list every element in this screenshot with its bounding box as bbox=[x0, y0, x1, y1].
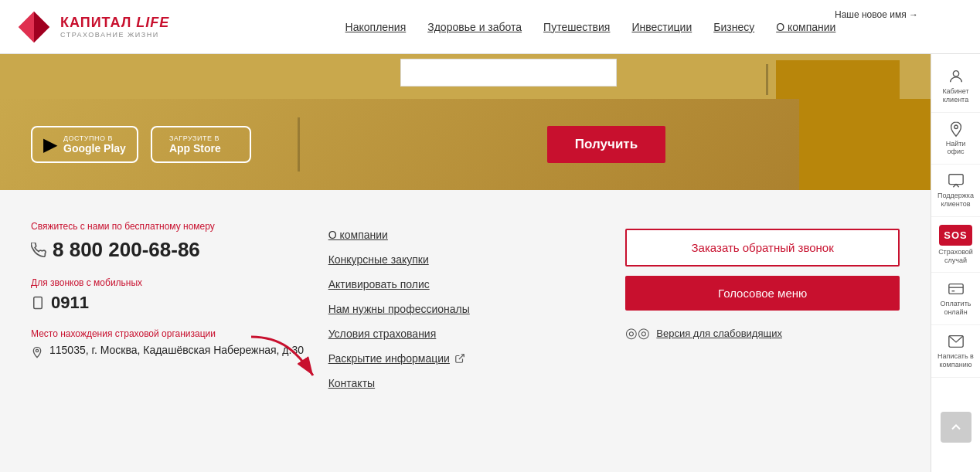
sidebar-pay-label: Оплатитьонлайн bbox=[941, 300, 971, 317]
sidebar-item-insurance-case[interactable]: SOS Страховойслучай bbox=[931, 217, 980, 273]
actions-column: Заказать обратный звонок Голосовое меню … bbox=[625, 221, 900, 389]
visually-impaired-icon: ◎◎ bbox=[625, 324, 650, 341]
footer-link-about[interactable]: О компании bbox=[328, 229, 603, 241]
sos-badge: SOS bbox=[939, 225, 971, 246]
footer-link-contacts[interactable]: Контакты bbox=[328, 377, 603, 389]
google-play-icon: ▶ bbox=[43, 134, 57, 155]
app-buttons: ▶ ДОСТУПНО В Google Play Загрузите в App… bbox=[31, 126, 251, 163]
contact-mobile-label: Для звонков с мобильных bbox=[31, 277, 305, 288]
nav-link-about[interactable]: О компании bbox=[776, 21, 835, 33]
contact-phone-number: 8 800 200-68-86 bbox=[53, 238, 200, 262]
disclosure-link-text: Раскрытие информации bbox=[328, 352, 450, 365]
svg-marker-1 bbox=[34, 12, 49, 42]
google-play-button[interactable]: ▶ ДОСТУПНО В Google Play bbox=[31, 126, 138, 163]
nav-link-savings[interactable]: Накопления bbox=[345, 21, 407, 33]
sidebar-item-write-company[interactable]: Написать вкомпанию bbox=[931, 325, 980, 378]
footer-link-disclosure[interactable]: Раскрытие информации bbox=[328, 352, 603, 365]
right-sidebar: Кабинетклиента Найтиофис Поддержкаклиент… bbox=[931, 54, 980, 420]
sidebar-item-cabinet[interactable]: Кабинетклиента bbox=[931, 60, 980, 113]
sidebar-cabinet-label: Кабинетклиента bbox=[942, 87, 968, 104]
visually-impaired-link[interactable]: Версия для слабовидящих bbox=[656, 328, 782, 339]
sidebar-item-office[interactable]: Найтиофис bbox=[931, 113, 980, 165]
chat-icon bbox=[948, 172, 965, 189]
banner-divider-2 bbox=[298, 117, 300, 171]
location-icon bbox=[948, 121, 965, 138]
footer-link-professionals[interactable]: Нам нужны профессионалы bbox=[328, 303, 603, 315]
visually-impaired-row: ◎◎ Версия для слабовидящих bbox=[625, 324, 900, 341]
voice-menu-button[interactable]: Голосовое меню bbox=[625, 276, 900, 311]
footer-section: Свяжитесь с нами по бесплатному номеру 8… bbox=[0, 190, 931, 420]
contact-mobile: 0911 bbox=[31, 293, 305, 313]
svg-marker-2 bbox=[19, 12, 34, 42]
svg-point-3 bbox=[953, 71, 958, 76]
svg-line-14 bbox=[459, 355, 464, 359]
contact-mobile-number: 0911 bbox=[51, 293, 89, 313]
logo-area: КАПИТАЛ LIFE СТРАХОВАНИЕ ЖИЗНИ bbox=[15, 8, 185, 46]
back-to-top-button[interactable] bbox=[941, 412, 971, 420]
google-play-small-text: ДОСТУПНО В bbox=[63, 134, 126, 142]
contact-phone: 8 800 200-68-86 bbox=[31, 238, 305, 262]
external-link-icon bbox=[454, 353, 465, 364]
main-content: ▶ ДОСТУПНО В Google Play Загрузите в App… bbox=[0, 54, 931, 420]
footer-link-activate[interactable]: Активировать полис bbox=[328, 278, 603, 290]
email-icon bbox=[948, 333, 965, 350]
nav-link-travel[interactable]: Путешествия bbox=[543, 21, 610, 33]
red-arrow-annotation bbox=[236, 329, 336, 391]
main-nav: Накопления Здоровье и забота Путешествия… bbox=[216, 21, 965, 33]
callback-button[interactable]: Заказать обратный звонок bbox=[625, 229, 900, 267]
sidebar-support-label: Поддержкаклиентов bbox=[937, 192, 974, 209]
logo-text: КАПИТАЛ LIFE СТРАХОВАНИЕ ЖИЗНИ bbox=[60, 15, 169, 39]
contact-free-label: Свяжитесь с нами по бесплатному номеру bbox=[31, 221, 305, 232]
right-gold-panel bbox=[799, 99, 931, 190]
app-store-button[interactable]: Загрузите в App Store bbox=[151, 126, 251, 163]
sidebar-write-label: Написать вкомпанию bbox=[937, 352, 974, 369]
map-pin-icon bbox=[31, 345, 43, 359]
footer-link-purchases[interactable]: Конкурсные закупки bbox=[328, 253, 603, 266]
logo-brand-name: КАПИТАЛ LIFE bbox=[60, 15, 169, 31]
sidebar-insurance-label: Страховойслучай bbox=[938, 248, 973, 265]
svg-rect-5 bbox=[948, 175, 962, 185]
google-play-large-text: Google Play bbox=[63, 142, 126, 155]
sidebar-office-label: Найтиофис bbox=[946, 140, 966, 157]
user-icon bbox=[948, 68, 965, 85]
new-name-link[interactable]: Наше новое имя → bbox=[835, 9, 918, 20]
logo-subtitle: СТРАХОВАНИЕ ЖИЗНИ bbox=[60, 31, 169, 39]
poluchit-button[interactable]: Получить bbox=[547, 126, 665, 163]
phone-icon bbox=[31, 243, 46, 258]
right-gold-strip-top bbox=[776, 60, 900, 99]
svg-rect-6 bbox=[948, 284, 962, 294]
nav-link-health[interactable]: Здоровье и забота bbox=[427, 21, 522, 33]
svg-point-12 bbox=[36, 349, 38, 351]
input-field-top[interactable] bbox=[400, 59, 617, 87]
nav-link-business[interactable]: Бизнесу bbox=[713, 21, 754, 33]
svg-point-4 bbox=[954, 125, 958, 129]
links-column: О компании Конкурсные закупки Активирова… bbox=[328, 221, 603, 389]
mobile-icon bbox=[31, 296, 45, 310]
app-store-small-text: Загрузите в bbox=[169, 134, 221, 142]
banner-section: ▶ ДОСТУПНО В Google Play Загрузите в App… bbox=[0, 99, 931, 190]
header: КАПИТАЛ LIFE СТРАХОВАНИЕ ЖИЗНИ Накоплени… bbox=[0, 0, 980, 54]
card-icon bbox=[948, 280, 965, 297]
chevron-up-icon bbox=[948, 419, 964, 420]
banner-divider-1 bbox=[766, 64, 768, 95]
nav-link-investments[interactable]: Инвестиции bbox=[631, 21, 692, 33]
app-store-large-text: App Store bbox=[169, 142, 221, 155]
sidebar-item-support[interactable]: Поддержкаклиентов bbox=[931, 165, 980, 217]
logo-icon bbox=[15, 8, 53, 46]
footer-link-conditions[interactable]: Условия страхования bbox=[328, 328, 603, 340]
sidebar-item-pay-online[interactable]: Оплатитьонлайн bbox=[931, 273, 980, 325]
